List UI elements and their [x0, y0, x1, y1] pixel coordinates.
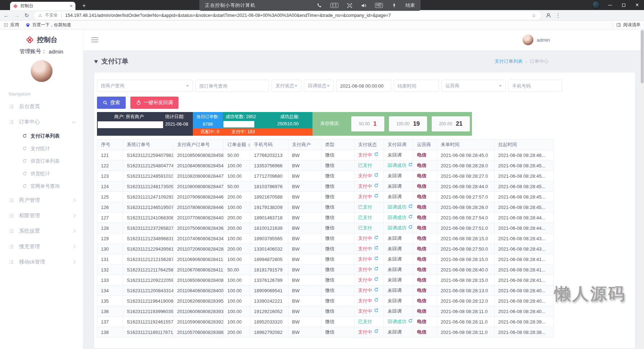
- window-close-button[interactable]: ×: [630, 0, 644, 10]
- stats-today-value: 8786: [193, 122, 223, 127]
- refresh-icon: [374, 183, 379, 188]
- fullscreen-icon[interactable]: [347, 3, 352, 8]
- cycle-icon: [22, 159, 27, 163]
- reading-list-button[interactable]: 阅读清单: [612, 22, 640, 28]
- cell-pay-merchant: BW: [288, 171, 321, 181]
- phone-icon[interactable]: [316, 3, 322, 8]
- bookmark-star-icon[interactable]: ☆: [532, 13, 536, 18]
- cell-pull-time: 2021-06-08 08:28:41...: [495, 254, 554, 265]
- cell-carrier: 电信: [413, 265, 437, 275]
- cell-type: 微信: [321, 202, 355, 213]
- scrollbar-thumb[interactable]: [641, 30, 644, 83]
- remote-control-bar: 正在控制小哥的计算机 1:1 HD 结束: [199, 0, 421, 11]
- carrier-select[interactable]: 运营商: [441, 80, 506, 92]
- callback-status-select[interactable]: 回调状态: [304, 80, 334, 92]
- cell-carrier: 电信: [413, 275, 437, 285]
- sidebar-item-慢充管理[interactable]: 慢充管理: [0, 239, 83, 254]
- stats-bar: 商户: 所有商户 统计日期: 2021-06-08 当日订单数: 8786 成功…: [97, 112, 472, 136]
- cell-type: 微信: [321, 213, 355, 223]
- window-minimize-button[interactable]: [603, 0, 617, 10]
- cell-seq: 131: [97, 254, 123, 265]
- cell-carrier: 电信: [413, 223, 437, 233]
- table-row: 122S162311212548047744...201108406080828…: [97, 160, 554, 171]
- filter-row: 按商户查询支付状态回调状态运营商: [97, 80, 635, 92]
- caret-down-icon: [295, 85, 297, 87]
- cell-sys-order-no: S16231121246519507251: [123, 202, 173, 213]
- sidebar-subitem-支付统计[interactable]: 支付统计: [0, 142, 83, 155]
- apps-shortcut[interactable]: 应用: [4, 22, 19, 28]
- account-label: 管理账号：: [20, 48, 47, 55]
- sidebar-subitem-供货统计[interactable]: 供货统计: [0, 167, 83, 180]
- sidebar-subitem-供货订单列表[interactable]: 供货订单列表: [0, 155, 83, 167]
- forward-icon[interactable]: →: [14, 12, 19, 18]
- cell-pay-status: 支付中: [355, 254, 384, 265]
- cell-type: 微信: [321, 160, 355, 171]
- cell-pull-time: 2021-06-08 08:28:43...: [495, 233, 554, 244]
- sidebar-subitem-官网单号查询[interactable]: 官网单号查询: [0, 180, 83, 192]
- search-button[interactable]: 搜索: [97, 97, 126, 109]
- resend-callback-button[interactable]: 一键补发回调: [130, 97, 179, 109]
- caret-down-icon: [186, 85, 189, 87]
- menu-list-icon: [9, 213, 14, 218]
- url-text[interactable]: 154.197.48.141/admin/order/listOrder?ord…: [65, 13, 529, 18]
- breadcrumb-link[interactable]: 支付订单列表: [495, 58, 523, 65]
- sidebar-item-系统设置[interactable]: 系统设置: [0, 223, 83, 239]
- chevron-right-icon: [72, 199, 76, 202]
- cell-amount: 100.00: [224, 275, 250, 285]
- cell-callback: 未回调: [384, 181, 413, 192]
- caret-down-icon: [499, 85, 502, 87]
- cell-pay-status: 已支付: [355, 213, 384, 223]
- menu-kebab-icon[interactable]: ⋮: [556, 12, 561, 19]
- cell-amount: 200.00: [224, 213, 250, 223]
- pay-status-select[interactable]: 支付状态: [272, 80, 301, 92]
- tab-close-icon[interactable]: ×: [70, 3, 73, 9]
- refresh-icon: [408, 225, 413, 229]
- col-header-订单金额[interactable]: 订单金额: [224, 140, 250, 150]
- reload-icon[interactable]: ↻: [24, 12, 29, 19]
- cell-come-time: 2021-06-08 08:27:57.0: [437, 192, 495, 202]
- sidebar-item-订单中心[interactable]: 订单中心: [0, 114, 83, 130]
- cell-carrier: 电信: [413, 233, 437, 244]
- phone-input[interactable]: [508, 80, 562, 92]
- bookmark-baidu[interactable]: 百度一下，你就知道: [26, 22, 71, 28]
- refresh-icon: [408, 162, 413, 167]
- table-row: 128S162311212372658277002011075060808284…: [97, 223, 554, 233]
- cell-phone: 17766203213: [250, 150, 288, 160]
- cell-amount: 100.00: [224, 171, 250, 181]
- cell-seq: 138: [97, 327, 123, 338]
- new-tab-button[interactable]: +: [80, 1, 88, 10]
- cell-phone: 18103786976: [250, 181, 288, 192]
- back-icon[interactable]: ←: [4, 12, 9, 18]
- cell-pull-time: 2021-06-08 08:28:46...: [495, 150, 554, 160]
- remote-end-button[interactable]: 结束: [406, 2, 415, 9]
- merchant-select[interactable]: 按商户查询: [97, 80, 193, 92]
- order-no-input[interactable]: [195, 80, 269, 92]
- end-time-input[interactable]: [394, 80, 439, 92]
- table-row: 137S162311211924615575932011059060808283…: [97, 317, 554, 327]
- start-time-input[interactable]: [336, 80, 391, 92]
- profile-icon[interactable]: [546, 13, 551, 18]
- pin-icon[interactable]: [392, 3, 397, 8]
- cell-seq: 136: [97, 306, 123, 317]
- cell-type: 微信: [321, 181, 355, 192]
- remote-floating-ball[interactable]: [592, 1, 600, 9]
- speaker-icon[interactable]: [361, 3, 366, 8]
- sort-icon[interactable]: [248, 143, 250, 147]
- sidebar-item-权限管理[interactable]: 权限管理: [0, 208, 83, 223]
- sidebar-subitem-支付订单列表[interactable]: 支付订单列表: [0, 130, 83, 142]
- bookmarks-bar: 应用 百度一下，你就知道 阅读清单: [0, 21, 644, 29]
- sidebar-toggle-icon[interactable]: [91, 37, 98, 42]
- hd-button[interactable]: HD: [375, 3, 383, 8]
- ratio-1-1-button[interactable]: 1:1: [330, 3, 338, 8]
- sidebar-item-移动ck管理[interactable]: 移动ck管理: [0, 254, 83, 270]
- cell-type: 微信: [321, 233, 355, 244]
- topbar-avatar[interactable]: [523, 34, 533, 45]
- sidebar-item-后台首页[interactable]: 后台首页: [0, 99, 83, 114]
- browser-tab[interactable]: 控制台 ×: [10, 2, 75, 10]
- topbar-user[interactable]: admin: [523, 34, 550, 45]
- sidebar-item-商户管理[interactable]: 商户管理: [0, 192, 83, 208]
- window-maximize-button[interactable]: [617, 0, 630, 10]
- cell-pay-merchant: BW: [288, 160, 321, 171]
- url-bar[interactable]: ⚠ 不安全 | 154.197.48.141/admin/order/listO…: [34, 11, 541, 19]
- cell-sys-order-no: S16231121237265827700: [123, 223, 173, 233]
